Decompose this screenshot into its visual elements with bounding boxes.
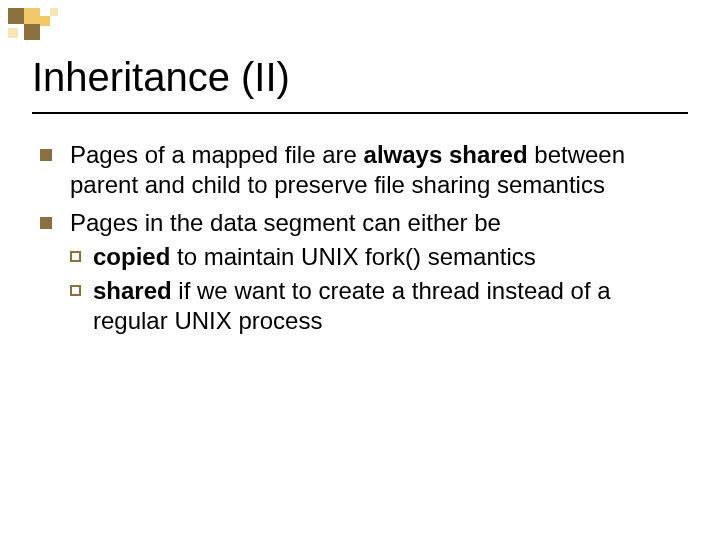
square-bullet-icon [40,149,52,161]
text-run: to maintain UNIX fork() semantics [170,243,535,270]
bullet-text: Pages of a mapped file are always shared… [70,140,680,200]
bullet-item: Pages in the data segment can either be … [40,208,680,336]
bullet-item: Pages of a mapped file are always shared… [40,140,680,200]
deco-square [40,16,50,26]
corner-decoration [8,8,68,48]
deco-square [50,8,58,16]
deco-square [24,24,40,40]
sub-bullet-item: copied to maintain UNIX fork() semantics [70,242,680,272]
slide: Inheritance (II) Pages of a mapped file … [0,0,720,540]
deco-square [24,8,40,24]
hollow-square-bullet-icon [70,285,81,296]
sub-bullet-text: copied to maintain UNIX fork() semantics [93,242,680,272]
text-bold: shared [93,277,172,304]
sub-bullet-text: shared if we want to create a thread ins… [93,276,680,336]
deco-square [8,28,18,38]
title-underline [32,112,688,114]
text-run: Pages of a mapped file are [70,141,364,168]
deco-square [8,8,24,24]
text-bold: copied [93,243,170,270]
slide-content: Pages of a mapped file are always shared… [40,140,680,344]
text-run: Pages in the data segment can either be [70,209,501,236]
slide-title: Inheritance (II) [32,55,688,100]
hollow-square-bullet-icon [70,251,81,262]
square-bullet-icon [40,217,52,229]
bullet-text: Pages in the data segment can either be … [70,208,680,336]
sub-bullet-item: shared if we want to create a thread ins… [70,276,680,336]
text-bold: always shared [364,141,528,168]
